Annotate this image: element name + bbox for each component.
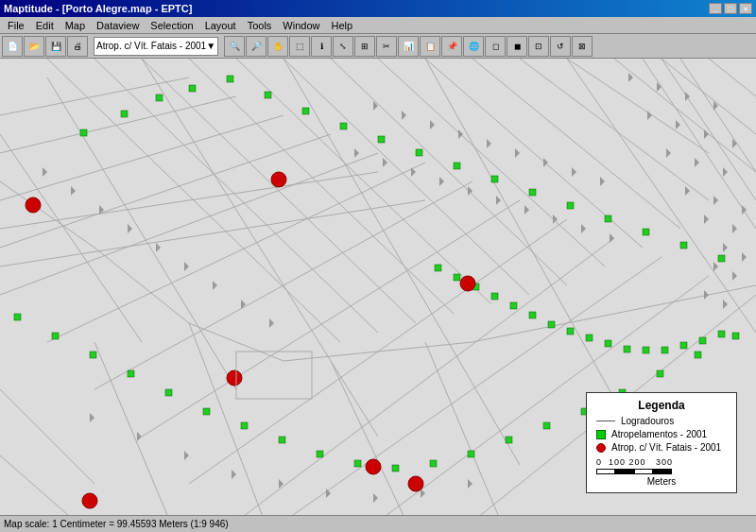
svg-rect-159 <box>624 346 630 352</box>
svg-rect-155 <box>548 321 555 328</box>
menu-dataview[interactable]: Dataview <box>91 19 145 32</box>
legend-scale: 0 100 200 300 Meters <box>596 457 727 487</box>
menu-edit[interactable]: Edit <box>30 19 60 32</box>
svg-rect-142 <box>506 437 512 443</box>
scale-numbers: 0 100 200 300 <box>596 457 727 467</box>
tool10[interactable]: ⊡ <box>528 36 549 57</box>
svg-point-167 <box>460 276 475 291</box>
menu-selection[interactable]: Selection <box>145 19 198 32</box>
svg-rect-126 <box>643 229 649 235</box>
svg-rect-123 <box>529 189 536 196</box>
svg-rect-133 <box>165 389 172 396</box>
svg-rect-157 <box>586 335 593 341</box>
tool5[interactable]: 📋 <box>420 36 440 57</box>
svg-rect-125 <box>605 215 611 222</box>
svg-rect-128 <box>718 255 725 262</box>
svg-rect-162 <box>680 342 687 349</box>
legend: Legenda Logradouros Atropelamentos - 200… <box>586 392 737 493</box>
svg-rect-136 <box>279 437 285 443</box>
scale-seg-2 <box>615 469 634 474</box>
svg-rect-122 <box>491 176 498 182</box>
svg-rect-149 <box>435 265 441 271</box>
map-container[interactable]: Legenda Logradouros Atropelamentos - 200… <box>0 59 756 522</box>
tool9[interactable]: ◼ <box>507 36 527 57</box>
svg-rect-120 <box>416 149 422 156</box>
legend-atropelamentos-label: Atropelamentos - 2001 <box>611 429 707 439</box>
menu-bar: File Edit Map Dataview Selection Layout … <box>0 17 756 34</box>
tool1[interactable]: ⤡ <box>333 36 353 57</box>
scale-seg-1 <box>596 469 615 474</box>
legend-circle-icon <box>596 443 606 453</box>
svg-rect-158 <box>605 340 611 347</box>
legend-logradouros: Logradouros <box>596 416 727 426</box>
svg-rect-135 <box>241 422 248 429</box>
tool12[interactable]: ⊠ <box>572 36 593 57</box>
svg-rect-134 <box>203 408 210 415</box>
tool8[interactable]: ◻ <box>485 36 506 57</box>
legend-atropelamentos: Atropelamentos - 2001 <box>596 429 727 439</box>
svg-rect-124 <box>567 202 574 209</box>
svg-rect-141 <box>468 451 474 457</box>
svg-rect-138 <box>354 460 361 467</box>
scale-seg-4 <box>653 469 672 474</box>
pan-button[interactable]: ✋ <box>267 36 288 57</box>
svg-point-168 <box>227 370 242 386</box>
identify-button[interactable]: ℹ <box>311 36 332 57</box>
menu-map[interactable]: Map <box>60 19 91 32</box>
tool7[interactable]: 🌐 <box>463 36 484 57</box>
tool11[interactable]: ↺ <box>550 36 571 57</box>
close-button[interactable]: × <box>739 3 752 14</box>
open-button[interactable]: 📂 <box>24 36 44 57</box>
minimize-button[interactable]: _ <box>709 3 722 14</box>
menu-window[interactable]: Window <box>277 19 325 32</box>
legend-logradouros-label: Logradouros <box>621 416 674 426</box>
svg-rect-137 <box>317 451 323 457</box>
layer-dropdown-value: Atrop. c/ Vít. Fatais - 2001 <box>96 41 206 51</box>
legend-line-icon <box>596 420 615 421</box>
toolbar: 📄 📂 💾 🖨 Atrop. c/ Vít. Fatais - 2001 ▼ 🔍… <box>0 34 756 59</box>
svg-rect-121 <box>454 163 460 169</box>
svg-rect-139 <box>392 465 399 472</box>
svg-rect-131 <box>90 352 96 358</box>
print-button[interactable]: 🖨 <box>67 36 88 57</box>
svg-rect-163 <box>699 337 706 344</box>
svg-rect-132 <box>128 370 134 377</box>
svg-rect-129 <box>14 314 21 320</box>
save-button[interactable]: 💾 <box>45 36 66 57</box>
title-bar-buttons[interactable]: _ □ × <box>709 3 752 14</box>
svg-rect-152 <box>491 293 498 300</box>
zoom-in-button[interactable]: 🔍 <box>224 36 245 57</box>
legend-atrop-fatais: Atrop. c/ Vít. Fatais - 2001 <box>596 442 727 453</box>
svg-rect-111 <box>80 129 87 136</box>
tool6[interactable]: 📌 <box>441 36 462 57</box>
menu-help[interactable]: Help <box>325 19 358 32</box>
svg-rect-115 <box>227 76 233 82</box>
menu-file[interactable]: File <box>2 19 30 32</box>
svg-rect-156 <box>567 328 574 335</box>
menu-tools[interactable]: Tools <box>242 19 278 32</box>
svg-rect-130 <box>52 333 59 339</box>
layer-dropdown[interactable]: Atrop. c/ Vít. Fatais - 2001 ▼ <box>94 37 218 56</box>
legend-title: Legenda <box>596 399 727 412</box>
svg-rect-161 <box>662 347 668 353</box>
tool2[interactable]: ⊞ <box>354 36 375 57</box>
svg-rect-154 <box>529 312 536 318</box>
maximize-button[interactable]: □ <box>724 3 737 14</box>
svg-rect-114 <box>189 85 196 92</box>
svg-rect-147 <box>695 352 701 358</box>
svg-rect-127 <box>680 242 687 249</box>
svg-point-170 <box>408 476 423 491</box>
svg-point-171 <box>82 493 97 508</box>
zoom-out-button[interactable]: 🔎 <box>246 36 266 57</box>
status-bar: Map scale: 1 Centimeter = 99.45593 Meter… <box>0 515 756 532</box>
select-button[interactable]: ⬚ <box>289 36 310 57</box>
menu-layout[interactable]: Layout <box>199 19 242 32</box>
tool4[interactable]: 📊 <box>398 36 419 57</box>
svg-rect-160 <box>643 347 649 353</box>
svg-rect-113 <box>156 94 163 101</box>
scale-seg-3 <box>634 469 653 474</box>
new-button[interactable]: 📄 <box>2 36 23 57</box>
status-text: Map scale: 1 Centimeter = 99.45593 Meter… <box>4 519 229 529</box>
tool3[interactable]: ✂ <box>376 36 397 57</box>
svg-rect-117 <box>302 108 309 114</box>
